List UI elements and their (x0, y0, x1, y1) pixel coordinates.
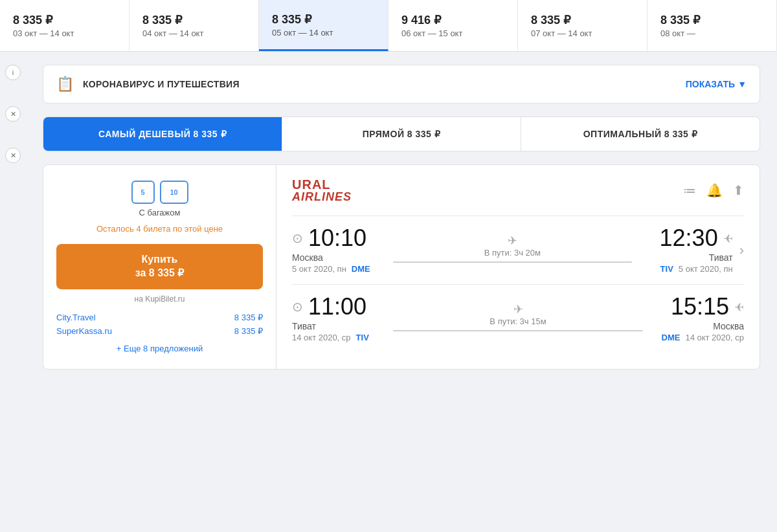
arr-city-2: Москва (713, 321, 744, 331)
corona-text: КОРОНАВИРУС И ПУТЕШЕСТВИЯ (83, 79, 686, 89)
arr-code-1: TIV (660, 264, 673, 274)
plane-depart-icon-1: ✈ (508, 234, 517, 248)
duration-2: В пути: 3ч 15м (490, 316, 546, 326)
date-item-3[interactable]: 8 335 ₽ 05 окт — 14 окт (259, 0, 388, 51)
alt-offer-1[interactable]: City.Travel 8 335 ₽ (56, 313, 263, 322)
date-item-1[interactable]: 8 335 ₽ 03 окт — 14 окт (0, 0, 130, 51)
close-indicator[interactable]: ✕ (5, 106, 21, 122)
date-range-6: 08 окт — (660, 28, 763, 38)
date-price-3: 8 335 ₽ (272, 12, 375, 27)
dep-time-1: 10:10 (308, 227, 366, 250)
dep-date-2: 14 окт 2020, ср (292, 333, 351, 342)
via-label: на KupiBilet.ru (135, 294, 185, 304)
alt-offer-price-1: 8 335 ₽ (234, 313, 263, 322)
tab-direct[interactable]: ПРЯМОЙ 8 335 ₽ (282, 117, 521, 151)
date-price-2: 8 335 ₽ (142, 13, 245, 27)
flight-line-2 (393, 330, 643, 331)
plane-arrive-icon-1: ✈ (723, 231, 733, 245)
close-indicator-2[interactable]: ✕ (5, 148, 21, 163)
duration-1: В пути: 3ч 20м (484, 248, 541, 258)
ticket-main: URAL AIRLINES ≔ 🔔 ⬆ (276, 165, 760, 369)
flight-segment-1: ⊙ 10:10 Москва 5 окт 2020, пн DME (292, 216, 744, 284)
airline-name-line1: URAL (292, 178, 352, 191)
ticket-header: URAL AIRLINES ≔ 🔔 ⬆ (292, 178, 744, 203)
alt-offer-name-2[interactable]: SuperKassa.ru (56, 326, 112, 336)
airline-logo: URAL AIRLINES (292, 178, 352, 203)
ticket-card: 5 10 С багажом Осталось 4 билета по этой… (43, 164, 760, 370)
side-indicators: i ✕ ✕ (0, 52, 26, 382)
depart-circle-icon-1: ⊙ (292, 230, 303, 246)
alt-offer-2[interactable]: SuperKassa.ru 8 335 ₽ (56, 326, 263, 336)
arr-time-1: 12:30 (660, 227, 718, 250)
dep-city-2: Тиват (292, 321, 383, 331)
arr-code-2: DME (662, 333, 681, 342)
flight-dep-1: ⊙ 10:10 Москва 5 окт 2020, пн DME (292, 227, 383, 274)
availability-text: Осталось 4 билета по этой цене (96, 224, 223, 234)
flight-middle-2: ✈ В пути: 3ч 15м (383, 302, 653, 335)
date-item-5[interactable]: 8 335 ₽ 07 окт — 14 окт (518, 0, 648, 51)
date-range-1: 03 окт — 14 окт (13, 28, 116, 38)
ticket-tabs: САМЫЙ ДЕШЕВЫЙ 8 335 ₽ ПРЯМОЙ 8 335 ₽ ОПТ… (43, 116, 760, 151)
date-bar: 8 335 ₽ 03 окт — 14 окт 8 335 ₽ 04 окт —… (0, 0, 777, 52)
add-compare-icon[interactable]: ≔ (683, 183, 696, 198)
flight-dep-2: ⊙ 11:00 Тиват 14 окт 2020, ср TIV (292, 295, 383, 342)
flight-middle-1: ✈ В пути: 3ч 20м (383, 234, 642, 267)
airline-name-line2: AIRLINES (292, 191, 352, 203)
baggage-small-icon: 5 (131, 181, 155, 204)
tab-cheapest[interactable]: САМЫЙ ДЕШЕВЫЙ 8 335 ₽ (43, 117, 282, 151)
buy-button[interactable]: Купить за 8 335 ₽ (56, 244, 263, 289)
date-item-6[interactable]: 8 335 ₽ 08 окт — (648, 0, 777, 51)
flight-arr-1: 12:30 ✈ Тиват TIV 5 окт 2020, пн (642, 227, 733, 274)
dep-time-2: 11:00 (308, 295, 366, 318)
baggage-icons: 5 10 (131, 181, 188, 204)
dep-city-1: Москва (292, 252, 383, 263)
date-range-2: 04 окт — 14 окт (142, 28, 245, 38)
baggage-large-icon: 10 (160, 181, 188, 204)
corona-show-label: ПОКАЗАТЬ (686, 79, 735, 89)
date-range-3: 05 окт — 14 окт (272, 28, 375, 38)
bell-icon[interactable]: 🔔 (706, 183, 723, 198)
expand-arrow-1[interactable]: › (739, 242, 744, 259)
corona-show-button[interactable]: ПОКАЗАТЬ ▼ (686, 79, 747, 89)
ticket-sidebar: 5 10 С багажом Осталось 4 билета по этой… (43, 165, 276, 369)
alt-offer-price-2: 8 335 ₽ (234, 326, 263, 336)
flight-segment-2: ⊙ 11:00 Тиват 14 окт 2020, ср TIV (292, 284, 744, 353)
dep-code-1: DME (352, 264, 370, 274)
arr-date-2: 14 окт 2020, ср (685, 333, 744, 342)
flight-arr-2: 15:15 ✈ Москва DME 14 окт 2020, ср (653, 295, 744, 342)
flight-line-1 (393, 261, 632, 263)
ticket-actions: ≔ 🔔 ⬆ (683, 183, 744, 198)
corona-banner: 📋 КОРОНАВИРУС И ПУТЕШЕСТВИЯ ПОКАЗАТЬ ▼ (43, 65, 760, 104)
arr-date-1: 5 окт 2020, пн (679, 264, 733, 274)
dep-date-1: 5 окт 2020, пн (292, 264, 346, 274)
date-price-1: 8 335 ₽ (13, 13, 116, 27)
more-offers-button[interactable]: + Еще 8 предложений (117, 344, 203, 353)
corona-chevron-icon: ▼ (738, 79, 747, 89)
date-range-5: 07 окт — 14 окт (531, 28, 634, 38)
arr-city-1: Тиват (709, 252, 733, 263)
plane-depart-icon-2: ✈ (513, 302, 523, 316)
plane-arrive-icon-2: ✈ (734, 300, 744, 314)
baggage-label: С багажом (139, 208, 181, 217)
alt-offer-name-1[interactable]: City.Travel (56, 313, 96, 322)
date-price-6: 8 335 ₽ (660, 13, 763, 27)
date-price-4: 9 416 ₽ (401, 13, 504, 27)
expand-col-1: › (733, 242, 744, 259)
depart-circle-icon-2: ⊙ (292, 299, 303, 315)
corona-icon: 📋 (56, 76, 74, 93)
tab-optimal[interactable]: ОПТИМАЛЬНЫЙ 8 335 ₽ (521, 117, 760, 151)
date-item-2[interactable]: 8 335 ₽ 04 окт — 14 окт (130, 0, 259, 51)
info-indicator[interactable]: i (5, 65, 21, 80)
date-price-5: 8 335 ₽ (531, 13, 634, 27)
share-icon[interactable]: ⬆ (733, 183, 744, 198)
date-item-4[interactable]: 9 416 ₽ 06 окт — 15 окт (388, 0, 518, 51)
arr-time-2: 15:15 (671, 295, 729, 318)
dep-code-2: TIV (356, 333, 369, 342)
date-range-4: 06 окт — 15 окт (401, 28, 504, 38)
